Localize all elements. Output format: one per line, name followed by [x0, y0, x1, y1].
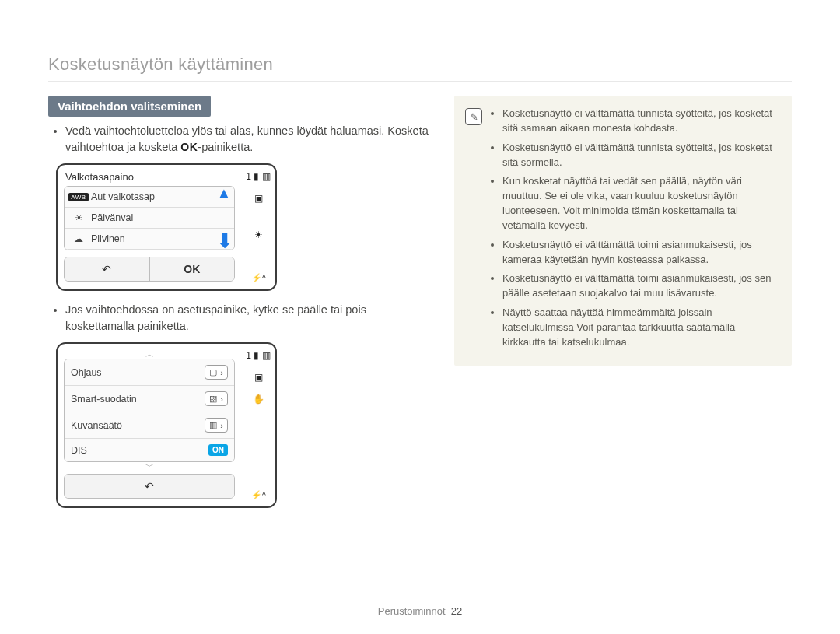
settings-row[interactable]: Kuvansäätö ▥› — [65, 412, 234, 439]
page-title: Kosketusnäytön käyttäminen — [48, 23, 792, 82]
back-button[interactable]: ↶ — [65, 257, 149, 281]
footer-page-number: 22 — [451, 605, 462, 617]
hand-icon: ✋ — [253, 394, 264, 405]
instruction-1-post: -painiketta. — [198, 141, 253, 153]
list-item-label: Pilvinen — [91, 233, 125, 244]
scroll-up-hint: ︿ — [64, 350, 235, 359]
settings-row-label: Kuvansäätö — [71, 420, 122, 431]
counter-badge: 1 ▮ ▥ — [246, 350, 270, 361]
device-mock-settings: ︿ Ohjaus ▢› Smart-suodatin ▧› Ku — [56, 342, 277, 508]
note-item: Kosketusnäyttö ei välttämättä tunnista s… — [502, 107, 778, 136]
instruction-2: Jos vaihtoehdossa on asetuspainike, kytk… — [65, 302, 429, 335]
storage-icon: ▮ — [254, 171, 259, 182]
sun-side-icon: ☀ — [254, 229, 263, 240]
instruction-1: Vedä vaihtoehtoluetteloa ylös tai alas, … — [65, 123, 429, 156]
scroll-indicator-up: ▲ — [217, 186, 229, 201]
settings-row-label: Smart-suodatin — [71, 394, 137, 405]
back-button[interactable]: ↶ — [65, 475, 234, 498]
settings-row[interactable]: Smart-suodatin ▧› — [65, 386, 234, 412]
settings-row[interactable]: Ohjaus ▢› — [65, 359, 234, 386]
note-item: Kosketusnäyttö ei välttämättä tunnista s… — [502, 141, 778, 170]
list-item[interactable]: ☁ Pilvinen — [65, 229, 234, 250]
storage-icon: ▮ — [254, 350, 259, 361]
note-item: Kun kosketat näyttöä tai vedät sen pääll… — [502, 174, 778, 233]
note-item: Kosketusnäyttö ei välttämättä toimi asia… — [502, 238, 778, 268]
list-item-label: Aut valkotasap — [91, 191, 155, 202]
settings-row-label: DIS — [71, 445, 87, 456]
flash-auto-icon: ⚡ᴬ — [251, 273, 266, 283]
settings-row-value[interactable]: ▢› — [205, 365, 228, 380]
ok-button[interactable]: OK — [149, 257, 235, 281]
device2-list[interactable]: Ohjaus ▢› Smart-suodatin ▧› Kuvansäätö ▥… — [64, 359, 235, 462]
flash-auto-icon: ⚡ᴬ — [251, 490, 266, 500]
list-item-label: Päivänval — [91, 212, 133, 223]
dis-on-toggle[interactable]: ON — [208, 444, 228, 456]
battery-icon: ▥ — [262, 171, 271, 182]
settings-row-value[interactable]: ▧› — [205, 391, 228, 406]
cloud-icon: ☁ — [71, 233, 86, 244]
battery-icon: ▥ — [262, 350, 271, 361]
settings-row-value[interactable]: ▥› — [205, 418, 228, 433]
note-item: Näyttö saattaa näyttää himmeämmältä jois… — [502, 306, 778, 350]
device-mock-whitebalance: Valkotasapaino AWB Aut valkotasap ☀ Päiv… — [56, 163, 277, 291]
section-heading: Vaihtoehdon valitseminen — [48, 96, 211, 117]
focus-icon: ▣ — [254, 372, 263, 383]
sun-icon: ☀ — [71, 212, 86, 223]
counter-badge: 1 ▮ ▥ — [246, 171, 270, 182]
scroll-down-hint: ﹀ — [64, 462, 235, 471]
device1-list[interactable]: AWB Aut valkotasap ☀ Päivänval ☁ Pilvine… — [64, 186, 235, 250]
ok-glyph-inline: OK — [180, 139, 198, 155]
note-icon: ✎ — [465, 108, 482, 125]
footer-label: Perustoiminnot — [378, 605, 446, 617]
awb-icon: AWB — [71, 191, 86, 202]
settings-row-label: Ohjaus — [71, 367, 102, 378]
list-item[interactable]: ☀ Päivänval — [65, 208, 234, 229]
device1-title: Valkotasapaino — [65, 171, 134, 183]
scroll-indicator-down: ⬇ — [217, 230, 229, 250]
settings-row[interactable]: DIS ON — [65, 439, 234, 461]
list-item[interactable]: AWB Aut valkotasap — [65, 187, 234, 208]
note-item: Kosketusnäyttö ei välttämättä toimi asia… — [502, 271, 778, 301]
page-footer: Perustoiminnot 22 — [0, 605, 840, 617]
focus-icon: ▣ — [254, 193, 263, 204]
note-box: ✎ Kosketusnäyttö ei välttämättä tunnista… — [454, 96, 792, 366]
